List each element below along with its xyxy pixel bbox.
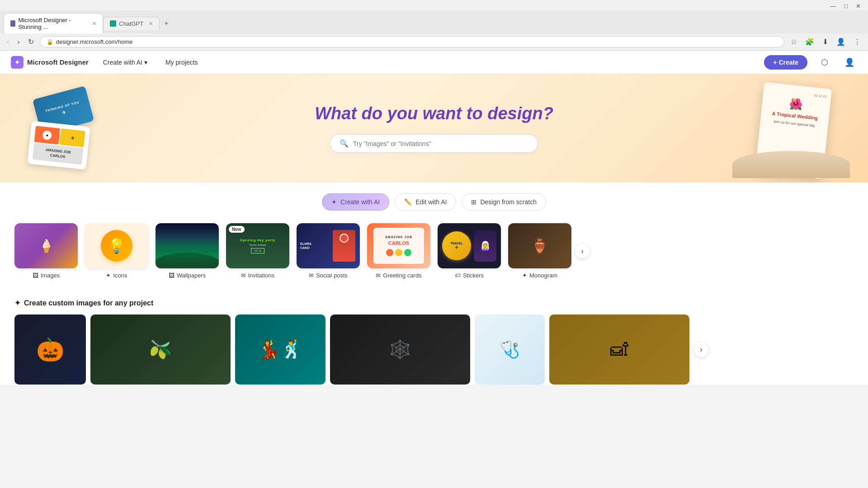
category-socialposts[interactable]: ELVIRACANO ✉ Social posts	[297, 223, 360, 279]
tab-bar: Microsoft Designer - Stunning ... ✕ Chat…	[0, 10, 868, 33]
url-text: designer.microsoft.com/home	[56, 38, 133, 45]
browser-chrome: — □ ✕ Microsoft Designer - Stunning ... …	[0, 0, 868, 51]
medical-emoji: 🩺	[500, 340, 520, 359]
invitations-icon: ✉	[241, 272, 246, 279]
tab-favicon-gpt	[110, 20, 116, 27]
action-buttons-bar: ✦ Create with AI ✏️ Edit with AI ⊞ Desig…	[0, 183, 868, 220]
sticker-design: TRAVEL ✈ 🧝‍♀️	[438, 223, 501, 268]
image-grid-container: 🎃 🫒 💃🕺 🕸️ 🩺 🛋 ›	[14, 314, 854, 385]
custom-images-section: ✦ Create custom images for any project 🎃…	[0, 291, 868, 385]
category-label-icons: ✦ Icons	[106, 272, 127, 279]
room-emoji: 🛋	[610, 339, 628, 360]
greetingcards-label-text: Greeting cards	[383, 272, 421, 279]
image-spider[interactable]: 🕸️	[330, 314, 470, 385]
search-input[interactable]	[353, 140, 528, 147]
inv-text: Opening day party	[240, 239, 275, 242]
platform-decoration	[732, 151, 850, 178]
maximize-btn[interactable]: □	[840, 2, 851, 10]
category-label-wallpapers: 🖼 Wallpapers	[169, 272, 206, 279]
category-thumb-monogram: 🏺	[508, 223, 571, 268]
images-thumb-emoji: 🍦	[38, 239, 54, 253]
bookmark-star-btn[interactable]: ☆	[788, 36, 800, 47]
aurora-image	[156, 223, 219, 268]
monogram-figure: 🏺	[531, 237, 549, 254]
image-room[interactable]: 🛋	[549, 314, 689, 385]
my-projects-nav[interactable]: My projects	[162, 57, 202, 68]
category-wallpapers[interactable]: 🖼 Wallpapers	[156, 223, 219, 279]
hero-search-box[interactable]: 🔍	[330, 134, 538, 153]
image-olives[interactable]: 🫒	[90, 314, 231, 385]
image-pumpkin[interactable]: 🎃	[14, 314, 86, 385]
category-images[interactable]: 🍦 🖼 Images	[14, 223, 78, 279]
close-btn[interactable]: ✕	[852, 2, 864, 10]
new-tab-btn[interactable]: +	[160, 16, 173, 31]
logo-text: Microsoft Designer	[27, 58, 89, 66]
image-medical[interactable]: 🩺	[475, 314, 545, 385]
scroll-right-arrow[interactable]: ›	[575, 244, 590, 258]
tab-microsoft-designer[interactable]: Microsoft Designer - Stunning ... ✕	[4, 13, 103, 33]
tab-label-gpt: ChatGPT	[119, 20, 143, 27]
create-button[interactable]: + Create	[764, 55, 807, 70]
social-avatar	[340, 234, 349, 243]
woman-sticker: 🧝‍♀️	[474, 230, 496, 262]
categories-section: 🍦 🖼 Images 💡 ✦ Icons	[0, 220, 868, 291]
category-thumb-greetingcards: AMAZING JOB CARLOS	[367, 223, 430, 268]
icons-label-text: Icons	[113, 272, 127, 279]
category-label-stickers: 🏷 Stickers	[455, 272, 484, 279]
back-btn[interactable]: ‹	[5, 37, 11, 47]
stickers-icon: 🏷	[455, 272, 461, 279]
image-dance[interactable]: 💃🕺	[235, 314, 326, 385]
bulb-icon: 💡	[101, 230, 132, 262]
categories-scroll: 🍦 🖼 Images 💡 ✦ Icons	[14, 220, 571, 282]
category-label-socialposts: ✉ Social posts	[309, 272, 348, 279]
category-stickers[interactable]: TRAVEL ✈ 🧝‍♀️ 🏷 Stickers	[438, 223, 501, 279]
my-projects-label: My projects	[165, 59, 198, 66]
downloads-btn[interactable]: ⬇	[820, 36, 831, 47]
hero-content: What do you want to design? 🔍	[315, 104, 553, 153]
profile-icon-btn[interactable]: 👤	[842, 55, 857, 70]
category-icons[interactable]: 💡 ✦ Icons	[85, 223, 148, 279]
hero-deco-left: THINKING OF YOU ✈ ● ◑ AMAZING JOBCARLOS	[27, 83, 118, 174]
edit-with-ai-btn[interactable]: ✏️ Edit with AI	[395, 193, 456, 211]
address-bar: ‹ › ↻ 🔒 designer.microsoft.com/home ☆ 🧩 …	[0, 33, 868, 50]
image-grid: 🎃 🫒 💃🕺 🕸️ 🩺 🛋	[14, 314, 689, 385]
tab-close-designer[interactable]: ✕	[92, 21, 96, 27]
browser-menu-btn[interactable]: ⋮	[851, 36, 863, 47]
category-label-monogram: ✦ Monogram	[522, 272, 557, 279]
invitations-label-text: Invitations	[248, 272, 275, 279]
olives-emoji: 🫒	[149, 339, 172, 360]
category-greetingcards[interactable]: AMAZING JOB CARLOS ✉ Greeting cards	[367, 223, 430, 279]
logo-icon: ✦	[11, 56, 24, 69]
socialposts-label-text: Social posts	[316, 272, 348, 279]
tab-close-gpt[interactable]: ✕	[149, 21, 153, 27]
tab-chatgpt[interactable]: ChatGPT ✕	[103, 17, 160, 30]
image-scroll-right-arrow[interactable]: ›	[694, 343, 708, 357]
search-icon: 🔍	[340, 139, 349, 148]
inv-subtitle: You're invited!	[249, 244, 266, 246]
create-with-ai-nav[interactable]: Create with AI ▾	[99, 57, 151, 68]
category-invitations[interactable]: Opening day party You're invited! SAT 20…	[226, 223, 289, 279]
profile-browser-btn[interactable]: 👤	[834, 36, 848, 47]
minimize-btn[interactable]: —	[826, 2, 840, 10]
flower-icon: 🌺	[789, 97, 804, 111]
tab-favicon-designer	[10, 20, 15, 27]
design-from-scratch-btn[interactable]: ⊞ Design from scratch	[462, 193, 546, 211]
spider-emoji: 🕸️	[389, 339, 411, 360]
sparkle-icon: ✦	[331, 198, 337, 206]
reload-btn[interactable]: ↻	[26, 37, 36, 47]
icons-icon: ✦	[106, 272, 111, 279]
create-with-ai-btn[interactable]: ✦ Create with AI	[322, 193, 389, 211]
pumpkin-emoji: 🎃	[36, 337, 64, 363]
forward-btn[interactable]: ›	[15, 37, 22, 47]
hero-section: THINKING OF YOU ✈ ● ◑ AMAZING JOBCARLOS …	[0, 74, 868, 183]
category-thumb-wallpapers	[156, 223, 219, 268]
extensions-btn[interactable]: 🧩	[802, 36, 817, 47]
hero-deco-right: 01 12 23 🌺 A Tropical Wedding Join us fo…	[741, 79, 841, 178]
share-icon-btn[interactable]: ⬡	[818, 55, 831, 70]
tab-label-designer: Microsoft Designer - Stunning ...	[18, 17, 87, 30]
hero-title: What do you want to design?	[315, 104, 553, 123]
url-box[interactable]: 🔒 designer.microsoft.com/home	[40, 36, 784, 47]
category-monogram[interactable]: 🏺 ✦ Monogram	[508, 223, 571, 279]
section-title: ✦ Create custom images for any project	[14, 299, 854, 307]
browser-actions: ☆ 🧩 ⬇ 👤 ⋮	[788, 36, 863, 47]
